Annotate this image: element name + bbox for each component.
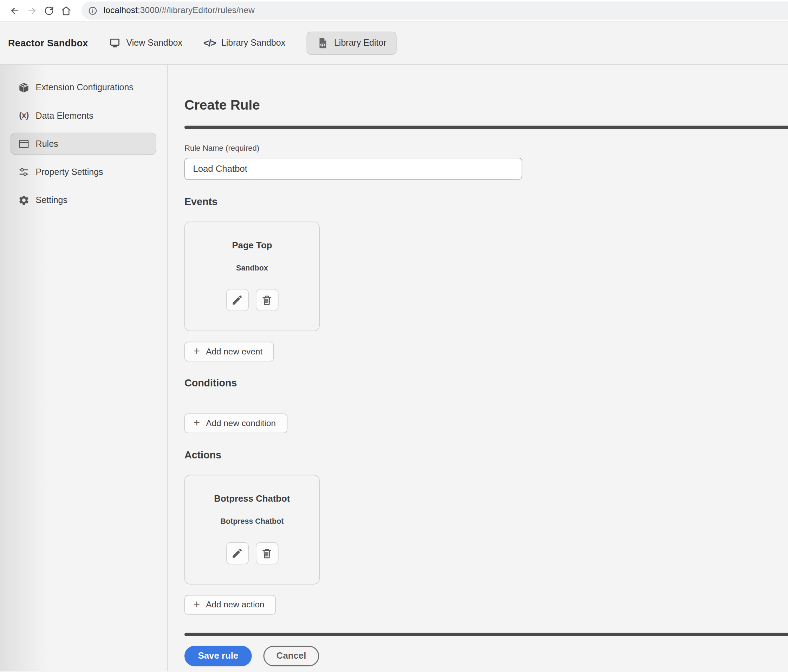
nav-item-view-sandbox[interactable]: View Sandbox — [109, 37, 182, 49]
info-icon — [88, 6, 97, 15]
sidebar-item-label: Data Elements — [36, 110, 94, 121]
package-icon — [18, 81, 30, 93]
home-button[interactable] — [57, 2, 75, 19]
main-content: Create Rule Rule Name (required) Events … — [168, 65, 788, 672]
add-action-button[interactable]: + Add new action — [184, 595, 276, 615]
page-body: Extension Configurations (x) Data Elemen… — [0, 65, 788, 672]
event-card-subtitle: Sandbox — [236, 264, 268, 272]
nav-item-library-sandbox[interactable]: </> Library Sandbox — [203, 38, 285, 48]
action-card-title: Botpress Chatbot — [214, 494, 290, 504]
trash-icon — [261, 547, 273, 559]
rule-name-input[interactable] — [184, 158, 522, 180]
browser-toolbar: localhost:3000/#/libraryEditor/rules/new — [0, 0, 788, 22]
pencil-icon — [231, 547, 243, 559]
section-divider-top — [184, 126, 788, 129]
sidebar-item-label: Property Settings — [36, 167, 103, 177]
code-icon: </> — [203, 38, 216, 48]
browser-window: localhost:3000/#/libraryEditor/rules/new… — [0, 0, 788, 672]
nav-item-label: Library Editor — [334, 38, 386, 48]
plus-icon: + — [194, 599, 200, 610]
delete-event-button[interactable] — [256, 289, 278, 311]
rule-name-label: Rule Name (required) — [184, 144, 788, 153]
nav-item-library-editor[interactable]: Library Editor — [307, 31, 396, 54]
action-card-subtitle: Botpress Chatbot — [220, 517, 283, 525]
url-path: :3000/#/libraryEditor/rules/new — [138, 6, 255, 15]
window-icon — [18, 138, 30, 149]
add-action-label: Add new action — [206, 600, 264, 610]
nav-item-label: View Sandbox — [126, 38, 182, 48]
nav-item-label: Library Sandbox — [221, 38, 285, 48]
file-code-icon — [316, 37, 329, 49]
brand-title: Reactor Sandbox — [8, 38, 88, 48]
add-condition-label: Add new condition — [206, 418, 276, 429]
events-heading: Events — [184, 196, 788, 208]
forward-button[interactable] — [23, 2, 40, 19]
sidebar-item-data-elements[interactable]: (x) Data Elements — [11, 105, 156, 127]
edit-event-button[interactable] — [226, 289, 248, 311]
url-host: localhost — [104, 6, 138, 15]
footer-actions: Save rule Cancel — [184, 646, 788, 666]
add-condition-button[interactable]: + Add new condition — [184, 413, 288, 433]
page-title: Create Rule — [184, 97, 788, 113]
reload-icon — [44, 5, 54, 16]
sidebar-item-label: Extension Configurations — [36, 82, 133, 93]
plus-icon: + — [194, 345, 200, 356]
sliders-icon — [18, 166, 30, 178]
event-card-title: Page Top — [232, 240, 272, 251]
section-divider-bottom — [184, 633, 788, 636]
conditions-heading: Conditions — [184, 377, 788, 389]
event-card-buttons — [226, 289, 278, 311]
back-arrow-icon — [9, 5, 20, 16]
edit-action-button[interactable] — [226, 542, 248, 564]
actions-heading: Actions — [184, 449, 788, 461]
delete-action-button[interactable] — [256, 542, 278, 564]
screenshot-stage: localhost:3000/#/libraryEditor/rules/new… — [0, 0, 788, 672]
data-elements-icon: (x) — [18, 110, 30, 122]
action-card: Botpress Chatbot Botpress Chatbot — [184, 475, 320, 585]
event-card: Page Top Sandbox — [184, 222, 320, 331]
sidebar-item-label: Settings — [36, 195, 67, 205]
url-bar[interactable]: localhost:3000/#/libraryEditor/rules/new — [81, 2, 788, 19]
add-event-button[interactable]: + Add new event — [184, 342, 274, 361]
app-bar: Reactor Sandbox View Sandbox </> Library… — [0, 22, 788, 65]
url-text: localhost:3000/#/libraryEditor/rules/new — [104, 6, 255, 16]
sidebar-item-extension-configurations[interactable]: Extension Configurations — [11, 76, 156, 98]
trash-icon — [261, 294, 273, 306]
plus-icon: + — [194, 417, 200, 428]
back-button[interactable] — [6, 2, 23, 19]
sidebar-item-property-settings[interactable]: Property Settings — [11, 161, 156, 183]
monitor-icon — [109, 37, 121, 49]
add-event-label: Add new event — [206, 346, 262, 357]
action-card-buttons — [226, 542, 278, 564]
cancel-button[interactable]: Cancel — [264, 646, 319, 666]
sidebar-item-rules[interactable]: Rules — [11, 133, 156, 155]
sidebar-item-settings[interactable]: Settings — [11, 189, 156, 211]
forward-arrow-icon — [26, 5, 37, 16]
home-icon — [60, 5, 71, 16]
gear-icon — [18, 194, 30, 206]
sidebar: Extension Configurations (x) Data Elemen… — [0, 65, 168, 672]
reload-button[interactable] — [40, 2, 57, 19]
pencil-icon — [231, 294, 243, 306]
sidebar-item-label: Rules — [36, 138, 58, 149]
save-rule-button[interactable]: Save rule — [184, 646, 252, 666]
